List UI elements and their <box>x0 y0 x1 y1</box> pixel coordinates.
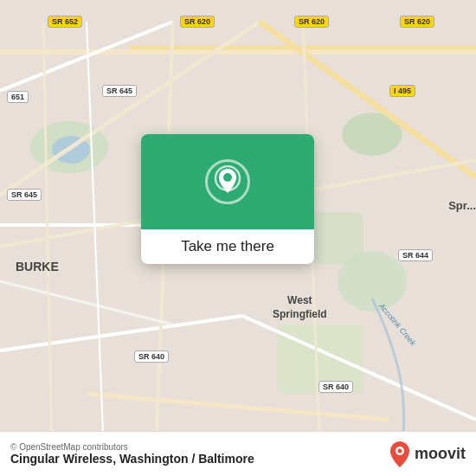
copyright-text: © OpenStreetMap contributors <box>10 442 254 452</box>
badge-sr652: SR 652 <box>48 16 82 28</box>
badge-sr640b: SR 640 <box>318 381 353 393</box>
moovit-brand-text: moovit <box>415 445 466 463</box>
svg-point-4 <box>338 251 407 312</box>
west-springfield-label: WestSpringfield <box>273 294 327 321</box>
badge-sr620c: SR 620 <box>400 16 434 28</box>
pin-circle <box>205 159 250 204</box>
location-pin-icon <box>214 165 241 198</box>
take-me-there-card[interactable]: Take me there <box>141 134 314 264</box>
card-button-area[interactable]: Take me there <box>141 229 314 264</box>
take-me-there-label: Take me there <box>181 238 274 254</box>
badge-sr644: SR 644 <box>398 249 433 261</box>
badge-651: 651 <box>7 91 29 103</box>
bottom-bar: © OpenStreetMap contributors Cingular Wi… <box>0 431 476 476</box>
badge-sr640a: SR 640 <box>134 351 169 363</box>
svg-point-25 <box>397 448 402 453</box>
badge-sr645a: SR 645 <box>102 85 137 97</box>
moovit-logo: moovit <box>389 440 466 469</box>
card-map-icon-area <box>141 134 314 229</box>
badge-sr645b: SR 645 <box>7 189 42 201</box>
bottom-left-info: © OpenStreetMap contributors Cingular Wi… <box>10 442 254 466</box>
badge-sr620b: SR 620 <box>294 16 329 28</box>
badge-sr620a: SR 620 <box>180 16 215 28</box>
map-container: SR 652 SR 620 SR 620 SR 620 SR 645 I 495… <box>0 0 476 476</box>
moovit-pin-icon <box>389 440 411 469</box>
badge-i495: I 495 <box>389 85 415 97</box>
svg-point-23 <box>223 173 232 182</box>
location-title: Cingular Wireless, Washington / Baltimor… <box>10 452 254 466</box>
springfield-partial-label: Spr... <box>448 199 476 212</box>
burke-label: BURKE <box>16 260 59 273</box>
